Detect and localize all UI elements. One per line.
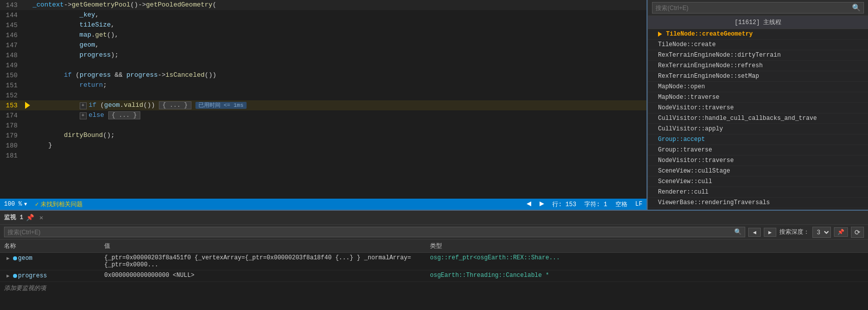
problem-icon: ✓ (35, 201, 39, 208)
pin-toolbar-btn[interactable]: 📌 (834, 227, 848, 237)
code-text-151: return; (33, 80, 646, 90)
stack-frame-text-5: MapNode::open (658, 83, 705, 90)
code-line-149: 149 (0, 60, 646, 70)
expand-geom[interactable]: ▶ (4, 254, 12, 262)
stack-frame-text-8: CullVisitor::handle_cull_callbacks_and_t… (658, 115, 817, 122)
stack-frame-text-7: NodeVisitor::traverse (658, 104, 734, 111)
space-status: 空格 (615, 200, 627, 209)
zoom-dropdown-icon[interactable]: ▼ (24, 202, 27, 207)
refresh-btn[interactable]: ⟳ (851, 227, 864, 238)
code-line-148: 148 progress); (0, 50, 646, 60)
watch-panel-toolbar: 🔍 ◄ ► 搜索深度： 3 1 2 5 📌 ⟳ (0, 225, 868, 240)
code-text-147: geom, (33, 40, 646, 50)
stack-frame-9[interactable]: CullVisitor::apply (648, 124, 868, 134)
var-name-geom: geom (18, 255, 33, 262)
line-num-178: 178 (0, 122, 23, 129)
call-stack-search-wrapper[interactable]: 🔍 (652, 2, 864, 14)
stack-frame-11[interactable]: Group::traverse (648, 145, 868, 156)
status-scroll-right[interactable]: ► (539, 200, 544, 209)
stack-frame-text-9: CullVisitor::apply (658, 125, 723, 132)
status-bar: 100 % ▼ ✓ 未找到相关问题 ◄ ► 行: 153 字符: 1 空格 LF (0, 199, 646, 210)
code-content: 143 _context->getGeometryPool()->getPool… (0, 0, 646, 199)
stack-frame-15[interactable]: Renderer::cull (648, 187, 868, 198)
depth-select[interactable]: 3 1 2 5 (812, 227, 831, 238)
line-num-147: 147 (0, 42, 23, 49)
watch-name-progress: ▶ progress (0, 270, 100, 282)
search-prev-btn[interactable]: ◄ (748, 228, 761, 237)
line-num-149: 149 (0, 62, 23, 69)
watch-row-geom[interactable]: ▶ geom {_ptr=0x00000203f8a451f0 {_vertex… (0, 253, 868, 270)
code-line-174: 174 +else { ... } (0, 110, 646, 120)
stack-frame-2[interactable]: RexTerrainEngineNode::dirtyTerrain (648, 50, 868, 61)
watch-panel-close[interactable]: ✕ (37, 214, 45, 222)
status-scroll-left[interactable]: ◄ (527, 200, 532, 209)
code-line-145: 145 tileSize, (0, 20, 646, 30)
stack-frame-text-1: TileNode::create (658, 41, 716, 48)
col-type: 类型 (426, 240, 868, 253)
thread-label: [11612] 主线程 (735, 19, 782, 26)
stack-frame-text-14: SceneView::cull (658, 178, 712, 185)
var-name-progress: progress (18, 272, 47, 279)
code-text-179: dirtyBound(); (33, 130, 646, 140)
encoding-status: LF (635, 201, 642, 208)
stack-frame-8[interactable]: CullVisitor::handle_cull_callbacks_and_t… (648, 113, 868, 124)
zoom-value: 100 % (4, 201, 22, 208)
line-num-180: 180 (0, 142, 23, 149)
code-line-151: 151 return; (0, 80, 646, 90)
watch-value-progress: 0x0000000000000000 <NULL> (100, 270, 426, 282)
gutter-153 (23, 102, 33, 109)
zoom-level[interactable]: 100 % ▼ (4, 201, 27, 208)
call-stack-panel: 🔍 [11612] 主线程 TileNode::createGeometry T… (647, 0, 868, 210)
problem-status: ✓ 未找到相关问题 (35, 200, 83, 209)
call-stack-search-input[interactable] (656, 5, 850, 12)
code-text-146: map.get(), (33, 30, 646, 40)
stack-frame-active[interactable]: TileNode::createGeometry (648, 29, 868, 40)
stack-frame-4[interactable]: RexTerrainEngineNode::setMap (648, 71, 868, 82)
dot-progress (13, 274, 17, 278)
search-next-btn[interactable]: ► (764, 228, 776, 237)
type-geom: osg::ref_ptr<osgEarth::REX::Share... (430, 254, 560, 261)
collapse-btn-174[interactable]: + (80, 112, 87, 119)
collapsed-block-174[interactable]: { ... } (108, 111, 140, 119)
watch-panel-title: 监视 1 (4, 213, 23, 222)
stack-frame-text-3: RexTerrainEngineNode::refresh (658, 62, 763, 69)
stack-frame-10[interactable]: Group::accept (648, 134, 868, 145)
watch-table-container: 名称 值 类型 ▶ geom (0, 240, 868, 310)
line-num-145: 145 (0, 22, 23, 29)
val-geom: {_ptr=0x00000203f8a451f0 {_vertexArray={… (104, 254, 411, 268)
pin-icon[interactable]: 📌 (26, 214, 34, 222)
line-num-152: 152 (0, 92, 23, 99)
bottom-layout: 名称 值 类型 ▶ geom (0, 240, 868, 310)
stack-frame-12[interactable]: NodeVisitor::traverse (648, 156, 868, 166)
stack-frame-7[interactable]: NodeVisitor::traverse (648, 103, 868, 113)
expand-progress[interactable]: ▶ (4, 272, 12, 280)
code-lines: 143 _context->getGeometryPool()->getPool… (0, 0, 646, 161)
dot-geom (13, 256, 17, 260)
stack-frame-text-2: RexTerrainEngineNode::dirtyTerrain (658, 52, 781, 59)
stack-frame-6[interactable]: MapNode::traverse (648, 92, 868, 103)
watch-type-progress: osgEarth::Threading::Cancelable * (426, 270, 868, 282)
stack-frame-text-15: Renderer::cull (658, 189, 709, 196)
stack-frame-13[interactable]: SceneView::cullStage (648, 166, 868, 177)
watch-row-progress[interactable]: ▶ progress 0x0000000000000000 <NULL> osg… (0, 270, 868, 282)
line-num-150: 150 (0, 72, 23, 79)
watch-search-input[interactable] (8, 229, 732, 236)
code-line-181: 181 (0, 150, 646, 161)
code-line-143: 143 _context->getGeometryPool()->getPool… (0, 0, 646, 10)
code-line-147: 147 geom, (0, 40, 646, 50)
watch-panel-header: 监视 1 📌 ✕ (0, 211, 868, 225)
watch-value-geom: {_ptr=0x00000203f8a451f0 {_vertexArray={… (100, 253, 426, 270)
code-text-148: progress); (33, 50, 646, 60)
stack-frame-5[interactable]: MapNode::open (648, 82, 868, 92)
stack-frame-16[interactable]: ViewerBase::renderingTraversals (648, 198, 868, 208)
watch-search-wrapper[interactable]: 🔍 (4, 227, 745, 237)
stack-frame-3[interactable]: RexTerrainEngineNode::refresh (648, 61, 868, 71)
debug-arrow-153 (25, 102, 30, 109)
stack-frame-1[interactable]: TileNode::create (648, 40, 868, 50)
code-text-143: _context->getGeometryPool()->getPooledGe… (33, 0, 646, 10)
line-num-153: 153 (0, 102, 23, 109)
problem-text: 未找到相关问题 (41, 200, 83, 209)
col-value: 值 (100, 240, 426, 253)
search-icon: 🔍 (852, 4, 860, 12)
stack-frame-14[interactable]: SceneView::cull (648, 177, 868, 187)
